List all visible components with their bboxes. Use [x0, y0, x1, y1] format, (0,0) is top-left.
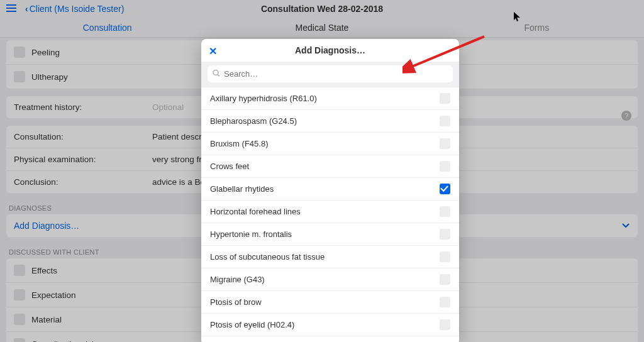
checkbox-checked-icon[interactable] — [440, 184, 450, 194]
modal-title: Add Diagnosis… — [295, 45, 365, 55]
search-input[interactable] — [208, 65, 453, 82]
diagnosis-label: Migraine (G43) — [210, 275, 265, 284]
add-diagnosis-modal: ✕ Add Diagnosis… Axillary hyperhidrosis … — [201, 39, 459, 342]
diagnosis-label: Glabellar rhytides — [210, 184, 274, 194]
diagnosis-label: Blepharospasm (G24.5) — [210, 116, 297, 126]
diagnosis-label: Crows feet — [210, 162, 249, 171]
checkbox-icon[interactable] — [440, 93, 450, 104]
checkbox-icon[interactable] — [440, 319, 450, 330]
diagnosis-label: Loss of subcutaneous fat tissue — [210, 252, 325, 262]
diagnosis-label: Axillary hyperhidrosis (R61.0) — [210, 94, 317, 103]
diagnosis-label: Hypertonie m. frontalis — [210, 229, 292, 239]
diagnosis-row[interactable]: Glabellar rhytides — [201, 178, 459, 201]
diagnosis-row[interactable]: Bruxism (F45.8) — [201, 133, 459, 155]
diagnosis-row[interactable]: Skin laxity (L98.7) — [201, 336, 459, 342]
diagnosis-row[interactable]: Horizontal forehead lines — [201, 201, 459, 223]
diagnosis-label: Bruxism (F45.8) — [210, 139, 268, 148]
checkbox-icon[interactable] — [440, 138, 450, 149]
diagnosis-row[interactable]: Hypertonie m. frontalis — [201, 223, 459, 246]
diagnosis-row[interactable]: Ptosis of brow — [201, 291, 459, 314]
svg-line-1 — [218, 74, 219, 76]
diagnosis-label: Ptosis of brow — [210, 297, 262, 307]
checkbox-icon[interactable] — [440, 206, 450, 217]
close-button[interactable]: ✕ — [209, 45, 217, 57]
diagnosis-row[interactable]: Migraine (G43) — [201, 268, 459, 291]
diagnosis-row[interactable]: Loss of subcutaneous fat tissue — [201, 246, 459, 268]
diagnosis-list: Axillary hyperhidrosis (R61.0)Blepharosp… — [201, 87, 459, 342]
diagnosis-label: Ptosis of eyelid (H02.4) — [210, 320, 294, 329]
checkbox-icon[interactable] — [440, 297, 450, 307]
checkbox-icon[interactable] — [440, 161, 450, 172]
search-icon — [213, 69, 220, 79]
svg-point-0 — [213, 70, 218, 75]
checkbox-icon[interactable] — [440, 251, 450, 262]
diagnosis-row[interactable]: Ptosis of eyelid (H02.4) — [201, 314, 459, 336]
diagnosis-row[interactable]: Blepharospasm (G24.5) — [201, 110, 459, 133]
checkbox-icon[interactable] — [440, 229, 450, 240]
diagnosis-label: Horizontal forehead lines — [210, 207, 301, 216]
diagnosis-row[interactable]: Crows feet — [201, 155, 459, 178]
checkbox-icon[interactable] — [440, 116, 450, 126]
diagnosis-row[interactable]: Axillary hyperhidrosis (R61.0) — [201, 87, 459, 110]
checkbox-icon[interactable] — [440, 274, 450, 285]
